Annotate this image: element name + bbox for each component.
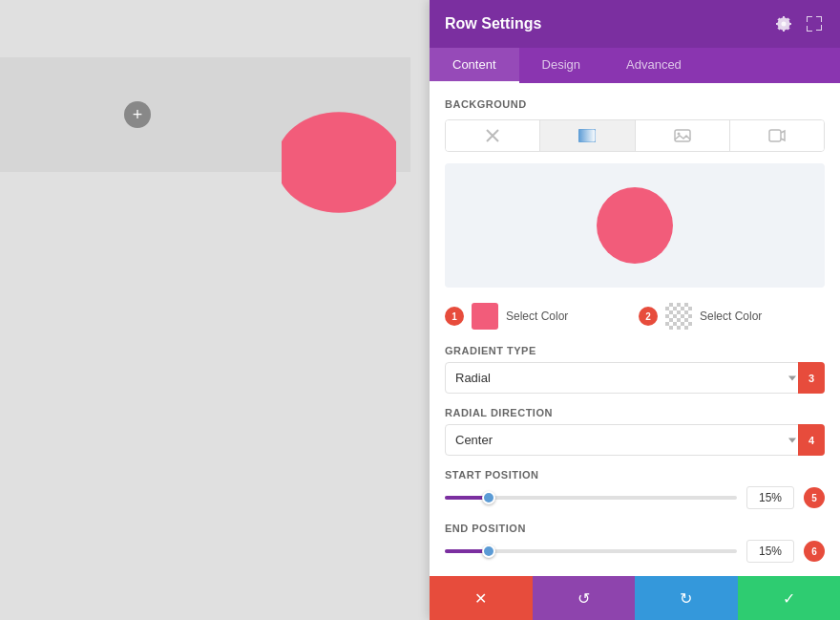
background-label: Background [445, 98, 825, 110]
start-position-value[interactable]: 15% [746, 486, 794, 509]
panel-footer: ✕ ↺ ↻ ✓ [430, 576, 840, 620]
start-position-field: Start Position 15% 5 [445, 469, 825, 509]
redo-button[interactable]: ↻ [635, 576, 738, 620]
svg-rect-3 [769, 130, 781, 141]
panel-header: Row Settings [430, 0, 840, 48]
gradient-type-field: Gradient Type Radial 3 [445, 345, 825, 394]
stop-number-2: 2 [639, 307, 658, 326]
gradient-type-badge: 3 [798, 362, 825, 394]
start-position-badge: 5 [804, 487, 825, 508]
radial-direction-label: Radial Direction [445, 407, 825, 418]
canvas-row: + [0, 57, 410, 172]
preview-circle [597, 187, 673, 264]
radial-direction-field: Radial Direction Center 4 [445, 407, 825, 456]
end-position-badge: 6 [804, 541, 825, 562]
save-button[interactable]: ✓ [738, 576, 841, 620]
expand-icon[interactable] [804, 13, 825, 34]
undo-button[interactable]: ↺ [533, 576, 636, 620]
gradient-type-select[interactable]: Radial [445, 362, 825, 394]
canvas-shape [282, 110, 396, 215]
color-stops-row: 1 Select Color 2 Select Color [445, 303, 825, 330]
tabs-row: Content Design Advanced [430, 48, 840, 83]
color-stop-1: 1 Select Color [445, 303, 631, 330]
cancel-button[interactable]: ✕ [430, 576, 533, 620]
bg-type-row [445, 119, 825, 152]
svg-point-2 [677, 133, 680, 136]
bg-type-gradient[interactable] [540, 120, 635, 151]
start-position-track[interactable] [445, 496, 737, 500]
end-position-control: 15% 6 [445, 540, 825, 563]
end-position-thumb[interactable] [482, 545, 495, 558]
panel-title: Row Settings [445, 15, 541, 32]
tab-content[interactable]: Content [430, 48, 519, 83]
gradient-type-wrapper: Radial 3 [445, 362, 825, 394]
gradient-type-label: Gradient Type [445, 345, 825, 356]
svg-rect-0 [578, 129, 596, 142]
end-position-field: End Position 15% 6 [445, 523, 825, 563]
stop-number-1: 1 [445, 307, 464, 326]
tab-design[interactable]: Design [519, 48, 603, 83]
bg-type-video[interactable] [730, 120, 824, 151]
panel-header-icons [773, 13, 825, 34]
row-settings-panel: Row Settings Content Design Advanced Bac… [430, 0, 840, 620]
start-position-thumb[interactable] [482, 491, 495, 504]
end-position-track[interactable] [445, 549, 737, 553]
start-position-label: Start Position [445, 469, 825, 481]
radial-direction-wrapper: Center 4 [445, 424, 825, 456]
add-row-button[interactable]: + [124, 101, 151, 128]
bg-type-image[interactable] [636, 120, 730, 151]
color-swatch-2[interactable] [665, 303, 692, 330]
settings-icon[interactable] [773, 13, 794, 34]
panel-body: Background [430, 83, 840, 576]
start-position-control: 15% 5 [445, 486, 825, 509]
gradient-preview [445, 163, 825, 288]
radial-direction-select[interactable]: Center [445, 424, 825, 456]
bg-type-none[interactable] [446, 120, 540, 151]
tab-advanced[interactable]: Advanced [603, 48, 704, 83]
end-position-label: End Position [445, 523, 825, 534]
svg-rect-1 [675, 130, 690, 141]
color-label-2[interactable]: Select Color [700, 310, 825, 323]
color-stop-2: 2 Select Color [639, 303, 825, 330]
color-swatch-1[interactable] [472, 303, 498, 330]
color-label-1[interactable]: Select Color [506, 310, 631, 323]
radial-direction-badge: 4 [798, 424, 825, 456]
end-position-value[interactable]: 15% [746, 540, 794, 563]
